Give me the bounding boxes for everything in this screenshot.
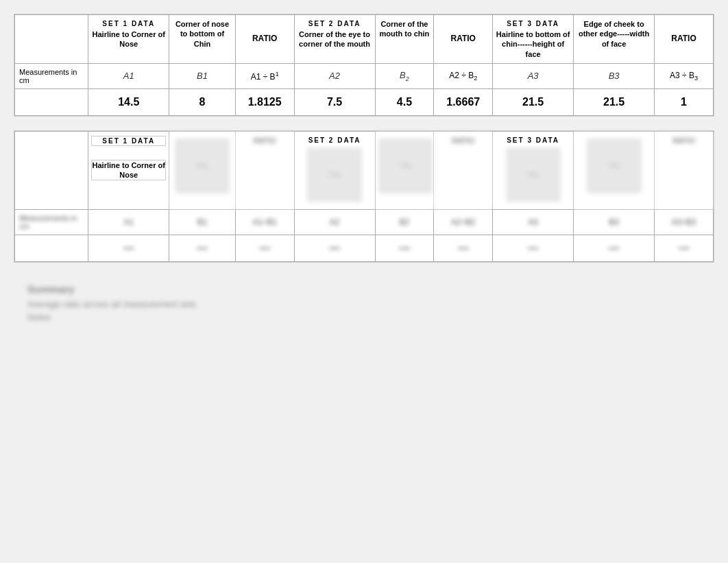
var-label-row: Measurements in cm A1 B1 A1 ÷ B1 A2 B2 xyxy=(15,63,714,88)
set2-header: SET 2 DATA Corner of the eye to corner o… xyxy=(294,15,375,64)
b2-var: B2 xyxy=(375,63,434,88)
a3-value: 21.5 xyxy=(493,88,574,115)
footer-section: Summary Average ratio across all measure… xyxy=(14,276,714,329)
measurements-label: Measurements in cm xyxy=(15,63,88,88)
empty-header xyxy=(15,15,88,64)
ratio3-value: 1 xyxy=(655,88,714,115)
t2-ratio2-header: RATIO xyxy=(434,131,493,209)
formula2: A2 ÷ B2 xyxy=(449,71,477,80)
colB3-header: Edge of cheek to other edge-----width of… xyxy=(574,15,655,64)
set2-label: SET 2 DATA xyxy=(298,19,372,28)
a2-value: 7.5 xyxy=(294,88,375,115)
t2-set1-main: Hairline to Corner of Nose xyxy=(91,160,166,181)
table2-container: SET 1 DATA Hairline to Corner of Nose im… xyxy=(14,130,714,263)
a3-variable: A3 xyxy=(528,71,539,81)
formula1: A1 ÷ B1 xyxy=(251,72,279,82)
measurements-table-1: SET 1 DATA Hairline to Corner of Nose Co… xyxy=(14,14,714,116)
t2-set3-img: img xyxy=(496,147,570,202)
t2-a2-val: — xyxy=(294,235,375,261)
t2-a1-var: A1 xyxy=(88,209,169,235)
b3-var: B3 xyxy=(574,63,655,88)
footer-line1: Summary xyxy=(27,283,701,295)
b3-variable: B3 xyxy=(609,71,620,81)
t2-a3-var: A3 xyxy=(493,209,574,235)
colB2-header: Corner of the mouth to chin xyxy=(375,15,434,64)
t2-f3-var: A3÷B3 xyxy=(655,209,714,235)
t2-b3-var: B3 xyxy=(574,209,655,235)
a3-var: A3 xyxy=(493,63,574,88)
set2-main: Corner of the eye to corner of the mouth xyxy=(298,29,372,49)
t2-set1-label: SET 1 DATA xyxy=(91,136,166,146)
b1-var: B1 xyxy=(169,63,236,88)
set1-header: SET 1 DATA Hairline to Corner of Nose xyxy=(88,15,169,64)
t2-empty-val xyxy=(15,235,88,261)
t2-set2-header: SET 2 DATA img xyxy=(294,131,375,209)
footer-line2: Average ratio across all measurement set… xyxy=(27,299,701,309)
colB3-main: Edge of cheek to other edge-----width of… xyxy=(577,19,651,49)
colB2-main: Corner of the mouth to chin xyxy=(378,19,431,39)
b2-value: 4.5 xyxy=(375,88,434,115)
colB1-main: Corner of nose to bottom of Chin xyxy=(172,19,232,49)
formula1-var: A1 ÷ B1 xyxy=(235,63,294,88)
b1-variable: B1 xyxy=(197,71,208,81)
set3-label: SET 3 DATA xyxy=(496,19,570,28)
values-row: 14.5 8 1.8125 7.5 4.5 1.6667 21.5 21.5 1 xyxy=(15,88,714,115)
ratio2-value: 1.6667 xyxy=(434,88,493,115)
measurements-table-2: SET 1 DATA Hairline to Corner of Nose im… xyxy=(14,131,714,262)
t2-a1-val: — xyxy=(88,235,169,261)
set1-label: SET 1 DATA xyxy=(91,19,166,28)
t2-ratio1-header: RATIO xyxy=(235,131,294,209)
t2-f1-var: A1÷B1 xyxy=(235,209,294,235)
empty-value xyxy=(15,88,88,115)
t2-img2: img xyxy=(307,147,362,202)
b2-variable: B2 xyxy=(400,70,409,80)
t2-r3-val: — xyxy=(655,235,714,261)
measurements-text: Measurements in cm xyxy=(19,68,77,84)
t2-a3-val: — xyxy=(493,235,574,261)
t2-b3-val: — xyxy=(574,235,655,261)
formula2-var: A2 ÷ B2 xyxy=(434,63,493,88)
t2-img1: img xyxy=(175,139,230,193)
t2-b2-var: B2 xyxy=(375,209,434,235)
t2-var-row: Measurements in cm A1 B1 A1÷B1 A2 B2 A2÷… xyxy=(15,209,714,235)
t2-colB3-header: img xyxy=(574,131,655,209)
t2-r2-val: — xyxy=(434,235,493,261)
a2-var: A2 xyxy=(294,63,375,88)
colB1-header: Corner of nose to bottom of Chin xyxy=(169,15,236,64)
t2-set2-img: img xyxy=(298,147,372,202)
t2-b1-val: — xyxy=(169,235,236,261)
ratio1-header: RATIO xyxy=(235,15,294,64)
t2-colB1-header: img xyxy=(169,131,236,209)
set3-header: SET 3 DATA Hairline to bottom of chin---… xyxy=(493,15,574,64)
t2-f2-var: A2÷B2 xyxy=(434,209,493,235)
footer-line3: Notes xyxy=(27,312,701,322)
table1-container: SET 1 DATA Hairline to Corner of Nose Co… xyxy=(14,14,714,117)
t2-set3-label: SET 3 DATA xyxy=(496,136,570,145)
formula3-var: A3 ÷ B3 xyxy=(655,63,714,88)
t2-img3: img xyxy=(378,139,433,193)
t2-b1-var: B1 xyxy=(169,209,236,235)
a1-var: A1 xyxy=(88,63,169,88)
set1-main: Hairline to Corner of Nose xyxy=(91,29,166,49)
ratio1-value: 1.8125 xyxy=(235,88,294,115)
ratio3-header: RATIO xyxy=(655,15,714,64)
t2-set2-label: SET 2 DATA xyxy=(298,136,372,145)
b3-value: 21.5 xyxy=(574,88,655,115)
t2-r1-val: — xyxy=(235,235,294,261)
ratio2-header: RATIO xyxy=(434,15,493,64)
t2-colB2-header: img xyxy=(375,131,434,209)
t2-set1-header: SET 1 DATA Hairline to Corner of Nose xyxy=(88,131,169,209)
a2-variable: A2 xyxy=(329,71,340,81)
t2-empty-header xyxy=(15,131,88,209)
formula3: A3 ÷ B3 xyxy=(670,71,698,80)
t2-b2-val: — xyxy=(375,235,434,261)
t2-img4: img xyxy=(506,147,561,202)
t2-measurements-label: Measurements in cm xyxy=(15,209,88,235)
set3-main: Hairline to bottom of chin------height o… xyxy=(496,29,570,59)
t2-ratio3-header: RATIO xyxy=(655,131,714,209)
t2-values-row: — — — — — — — — — xyxy=(15,235,714,261)
t2-img5: img xyxy=(587,139,642,193)
a1-variable: A1 xyxy=(123,71,134,81)
t2-set3-header: SET 3 DATA img xyxy=(493,131,574,209)
b1-value: 8 xyxy=(169,88,236,115)
